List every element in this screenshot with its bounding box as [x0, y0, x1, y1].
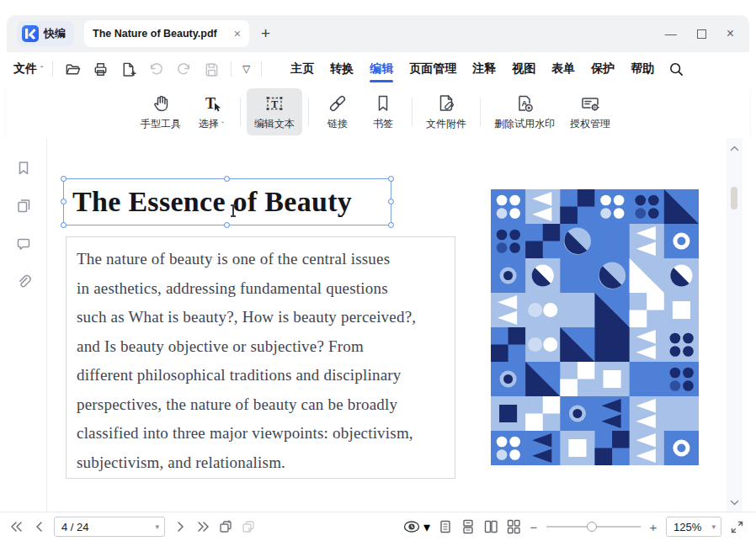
document-tab[interactable]: The Nature of Beauty.pdf × — [84, 20, 249, 47]
tool-edit-text[interactable]: T 编辑文本 — [247, 88, 302, 135]
last-page-icon[interactable] — [195, 519, 210, 534]
resize-handle[interactable] — [61, 199, 67, 204]
scrollbar-thumb[interactable] — [731, 187, 737, 210]
tab-convert[interactable]: 转换 — [329, 54, 354, 84]
app-window: 快编 The Nature of Beauty.pdf × + — × 文件 ˇ — [0, 0, 756, 541]
tab-protect[interactable]: 保护 — [590, 54, 615, 84]
document-title: The Essence of Beauty — [64, 179, 391, 225]
zoom-slider-handle[interactable] — [587, 522, 597, 532]
remove-watermark-icon: A — [514, 93, 535, 114]
open-file-icon[interactable] — [62, 59, 83, 79]
tab-edit[interactable]: 编辑 — [369, 54, 394, 84]
resize-handle[interactable] — [388, 222, 394, 228]
paragraph-text-box[interactable]: The nature of beauty is one of the centr… — [66, 236, 455, 479]
page-navigation: 4 / 24 ▾ — [8, 517, 256, 537]
tool-hand[interactable]: 手型工具 — [133, 88, 189, 135]
separator — [480, 98, 481, 126]
undo-icon — [146, 59, 166, 79]
tool-license-management[interactable]: 授权管理 — [562, 88, 618, 135]
page-indicator-input[interactable]: 4 / 24 ▾ — [54, 517, 165, 537]
zoom-level-input[interactable]: 125% ▾ — [666, 517, 721, 537]
file-menu-button[interactable]: 文件 ˇ — [13, 61, 43, 77]
tool-remove-watermark[interactable]: A 删除试用水印 — [487, 88, 562, 135]
zoom-slider[interactable] — [546, 521, 641, 533]
tool-select[interactable]: T 选择ˇ — [189, 88, 234, 135]
resize-handle[interactable] — [388, 199, 394, 204]
next-page-icon[interactable] — [173, 519, 188, 534]
pattern-image — [491, 189, 699, 465]
main-area: The Essence of Beauty The nature of beau… — [0, 138, 756, 512]
print-icon[interactable] — [90, 59, 110, 79]
tab-home[interactable]: 主页 — [290, 54, 315, 84]
tab-help[interactable]: 帮助 — [630, 54, 655, 84]
tool-ribbon: 手型工具 T 选择ˇ T — [7, 86, 749, 138]
scroll-down-icon[interactable] — [729, 499, 740, 507]
redo-icon — [173, 59, 194, 79]
text-cursor — [232, 204, 234, 217]
minimize-button[interactable]: — — [665, 27, 677, 40]
fullscreen-icon[interactable] — [729, 519, 744, 534]
tool-bookmark[interactable]: 书签 — [360, 88, 406, 135]
view-mode-button[interactable]: ▾ — [403, 519, 430, 535]
new-file-icon[interactable] — [118, 59, 138, 79]
file-attachment-icon — [435, 93, 457, 114]
separator — [231, 61, 232, 77]
separator — [240, 98, 241, 126]
new-tab-button[interactable]: + — [261, 24, 270, 43]
window-controls: — × — [665, 26, 734, 41]
tab-page-management[interactable]: 页面管理 — [408, 54, 457, 84]
replace-page-icon — [241, 519, 256, 534]
previous-page-icon[interactable] — [31, 519, 46, 534]
quick-actions — [62, 59, 221, 79]
document-tab-title: The Nature of Beauty.pdf — [93, 28, 229, 40]
geometric-pattern-figure[interactable] — [491, 189, 699, 465]
pdf-page[interactable]: The Essence of Beauty The nature of beau… — [48, 138, 726, 512]
two-page-view-icon[interactable] — [483, 519, 498, 534]
attachments-panel-icon[interactable] — [15, 273, 32, 290]
add-page-icon[interactable] — [218, 519, 233, 534]
resize-handle[interactable] — [61, 222, 67, 228]
kuaibian-logo-icon — [22, 25, 39, 42]
resize-handle[interactable] — [224, 176, 230, 182]
single-page-view-icon[interactable] — [438, 519, 453, 534]
tool-link[interactable]: 链接 — [315, 88, 360, 135]
menu-tabs: 主页 转换 编辑 页面管理 注释 视图 表单 保护 帮助 — [290, 54, 655, 84]
hand-icon — [150, 93, 172, 114]
statusbar: 4 / 24 ▾ — [0, 512, 756, 541]
tab-view[interactable]: 视图 — [511, 54, 536, 84]
separator — [412, 98, 413, 126]
link-icon — [327, 93, 349, 114]
tool-file-attachment[interactable]: 文件附件 — [418, 88, 474, 135]
tab-comment[interactable]: 注释 — [471, 54, 497, 84]
maximize-button[interactable] — [697, 29, 706, 39]
collapse-toolbar-icon[interactable]: ▽ — [241, 63, 252, 75]
two-page-scroll-view-icon[interactable] — [506, 519, 521, 534]
selected-text-box[interactable]: The Essence of Beauty — [63, 178, 391, 225]
comments-panel-icon[interactable] — [15, 236, 32, 252]
caret-down-icon[interactable]: ▾ — [711, 522, 716, 531]
view-zoom-controls: ▾ — [403, 517, 744, 537]
app-logo[interactable]: 快编 — [17, 21, 74, 46]
vertical-scrollbar[interactable] — [727, 138, 743, 512]
license-icon — [579, 93, 601, 114]
bookmarks-panel-icon[interactable] — [15, 160, 32, 177]
resize-handle[interactable] — [224, 222, 230, 228]
resize-handle[interactable] — [61, 176, 67, 182]
tab-form[interactable]: 表单 — [551, 54, 576, 84]
search-icon[interactable] — [668, 61, 684, 77]
caret-down-icon[interactable]: ▾ — [155, 522, 159, 531]
titlebar: 快编 The Nature of Beauty.pdf × + — × — [7, 15, 749, 52]
scroll-up-icon[interactable] — [729, 145, 740, 152]
zoom-out-button[interactable]: − — [529, 520, 539, 534]
zoom-in-button[interactable]: + — [648, 520, 658, 534]
caret-down-icon: ▾ — [423, 519, 430, 535]
pages-panel-icon[interactable] — [15, 198, 32, 215]
separator — [261, 61, 262, 77]
save-icon — [201, 59, 221, 79]
continuous-view-icon[interactable] — [461, 519, 476, 534]
resize-handle[interactable] — [388, 176, 394, 182]
tab-close-icon[interactable]: × — [234, 27, 241, 40]
separator — [52, 61, 53, 77]
first-page-icon[interactable] — [8, 519, 24, 534]
close-button[interactable]: × — [727, 26, 734, 41]
